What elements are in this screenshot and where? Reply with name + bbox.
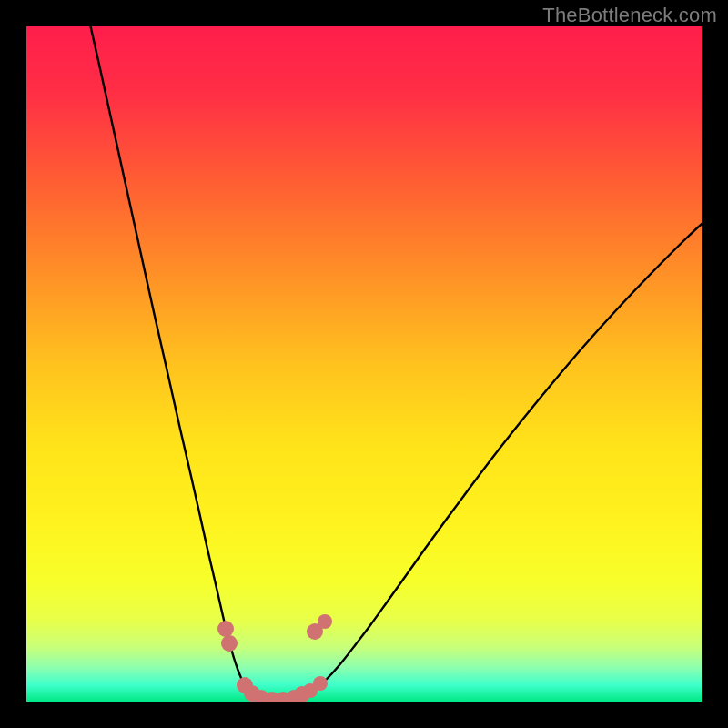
data-marker	[221, 635, 238, 652]
data-marker	[318, 614, 332, 629]
watermark-text: TheBottleneck.com	[542, 4, 717, 27]
curve-left	[86, 26, 279, 701]
outer-frame: TheBottleneck.com	[0, 0, 728, 728]
curve-right	[279, 217, 702, 701]
data-marker	[217, 621, 234, 637]
plot-area	[26, 26, 702, 702]
chart-curves	[26, 26, 702, 702]
data-marker	[313, 676, 328, 691]
